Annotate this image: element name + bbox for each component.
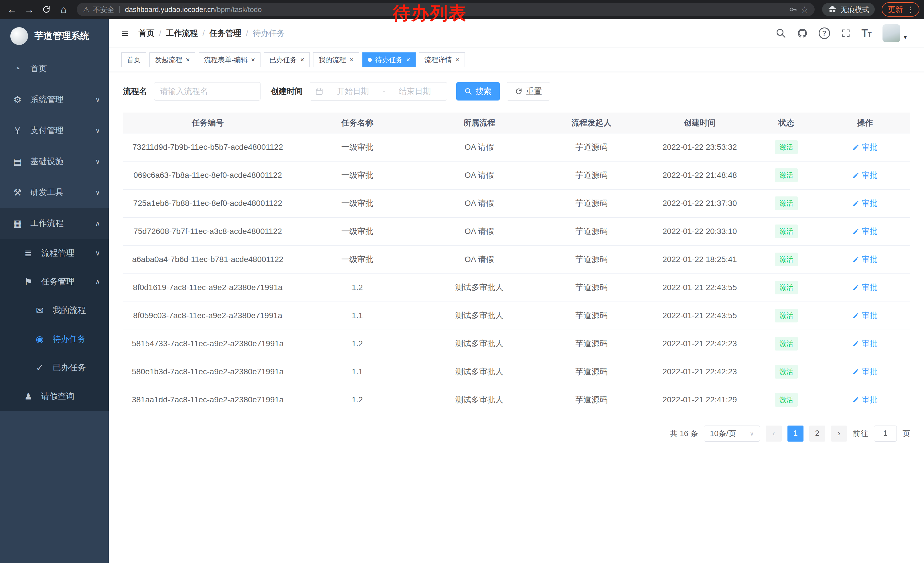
security-label[interactable]: 不安全 <box>93 5 114 14</box>
cell-initiator: 芋道源码 <box>536 302 646 330</box>
table-row: 75d72608-7b7f-11ec-a3c8-acde48001122 一级审… <box>123 217 910 245</box>
next-page-button[interactable]: › <box>831 426 847 441</box>
reload-icon <box>42 5 51 14</box>
close-icon[interactable]: × <box>406 56 410 63</box>
start-date-placeholder[interactable]: 开始日期 <box>326 86 380 97</box>
browser-home-button[interactable]: ⌂ <box>56 2 71 17</box>
browser-reload-button[interactable] <box>39 2 54 17</box>
sidebar-item-leave-query[interactable]: ♟ 请假查询 <box>0 382 109 411</box>
close-icon[interactable]: × <box>350 56 354 63</box>
sidebar-item-process-management[interactable]: ≣ 流程管理 ∨ <box>0 239 109 267</box>
edit-icon <box>852 368 859 375</box>
cell-initiator: 芋道源码 <box>536 189 646 217</box>
sidebar-item-payment[interactable]: ¥ 支付管理 ∨ <box>0 115 109 146</box>
approve-link[interactable]: 审批 <box>852 198 878 209</box>
chevron-down-icon: ∨ <box>95 126 100 135</box>
chevron-down-icon: ∨ <box>95 249 100 257</box>
reset-button[interactable]: 重置 <box>507 82 550 101</box>
tab-my-process[interactable]: 我的流程 × <box>313 53 359 67</box>
page-button-1[interactable]: 1 <box>788 426 804 441</box>
cell-task-name: 一级审批 <box>292 245 422 273</box>
chevron-up-icon: ∧ <box>95 219 100 227</box>
edit-icon <box>852 340 859 347</box>
cell-action: 审批 <box>820 302 910 330</box>
close-icon[interactable]: × <box>251 56 255 63</box>
sidebar-item-infrastructure[interactable]: ▤ 基础设施 ∨ <box>0 146 109 177</box>
tab-done-tasks[interactable]: 已办任务 × <box>264 53 310 67</box>
goto-page-input[interactable] <box>874 426 897 441</box>
sidebar-item-task-management[interactable]: ⚑ 任务管理 ∧ <box>0 267 109 296</box>
avatar-caret-down-icon[interactable]: ▾ <box>904 33 907 41</box>
fullscreen-icon[interactable] <box>841 29 851 38</box>
cell-task-id: 725a1eb6-7b88-11ec-8ef0-acde48001122 <box>123 189 292 217</box>
browser-back-button[interactable]: ← <box>4 2 20 17</box>
sidebar-item-my-process[interactable]: ✉ 我的流程 <box>0 296 109 325</box>
url-text[interactable]: dashboard.yudao.iocoder.cn/bpm/task/todo <box>125 6 262 14</box>
approve-link[interactable]: 审批 <box>852 282 878 293</box>
bookmark-star-icon[interactable]: ☆ <box>801 5 808 15</box>
approve-link[interactable]: 审批 <box>852 394 878 405</box>
sidebar-item-devtools[interactable]: ⚒ 研发工具 ∨ <box>0 177 109 208</box>
tab-todo-tasks[interactable]: 待办任务 × <box>362 53 416 67</box>
app-window: 芋道管理系统 ◔ 首页 ⚙ 系统管理 ∨ ¥ 支付管理 ∨ ▤ 基础设施 ∨ ⚒… <box>0 19 924 563</box>
approve-link[interactable]: 审批 <box>852 142 878 153</box>
process-name-input[interactable] <box>154 82 261 101</box>
user-avatar[interactable] <box>882 24 900 42</box>
cell-status: 激活 <box>753 217 820 245</box>
breadcrumb: 首页 / 工作流程 / 任务管理 / 待办任务 <box>138 28 285 39</box>
cell-create-time: 2022-01-21 22:42:23 <box>646 358 753 386</box>
approve-link[interactable]: 审批 <box>852 170 878 181</box>
app-logo[interactable]: 芋道管理系统 <box>0 19 109 53</box>
sidebar-item-label: 支付管理 <box>30 125 63 136</box>
tab-start-process[interactable]: 发起流程 × <box>149 53 195 67</box>
breadcrumb-home[interactable]: 首页 <box>138 28 154 39</box>
sidebar-item-home[interactable]: ◔ 首页 <box>0 53 109 84</box>
approve-link[interactable]: 审批 <box>852 226 878 237</box>
browser-update-button[interactable]: 更新 ⋮ <box>882 2 920 17</box>
sidebar-item-done-tasks[interactable]: ✓ 已办任务 <box>0 353 109 382</box>
font-size-icon[interactable]: TT <box>862 28 872 38</box>
password-key-icon[interactable] <box>789 5 797 14</box>
page-size-select[interactable]: 10条/页 ∨ <box>704 426 760 441</box>
approve-link[interactable]: 审批 <box>852 254 878 265</box>
page-button-2[interactable]: 2 <box>809 426 825 441</box>
breadcrumb-task-management[interactable]: 任务管理 <box>209 28 241 39</box>
status-badge: 激活 <box>775 168 798 182</box>
sidebar-item-label: 任务管理 <box>41 276 74 288</box>
sidebar-item-system[interactable]: ⚙ 系统管理 ∨ <box>0 84 109 115</box>
browser-menu-dots-icon[interactable]: ⋮ <box>906 5 914 14</box>
cell-initiator: 芋道源码 <box>536 161 646 189</box>
cell-task-id: 8f059c03-7ac8-11ec-a9e2-a2380e71991a <box>123 302 292 330</box>
sidebar-item-label: 首页 <box>30 63 47 75</box>
breadcrumb-workflow[interactable]: 工作流程 <box>166 28 198 39</box>
close-icon[interactable]: × <box>300 56 304 63</box>
browser-forward-button[interactable]: → <box>22 2 37 17</box>
prev-page-button[interactable]: ‹ <box>766 426 782 441</box>
cell-create-time: 2022-01-22 21:37:30 <box>646 189 753 217</box>
column-task-name: 任务名称 <box>292 113 422 133</box>
tab-process-form-edit[interactable]: 流程表单-编辑 × <box>199 53 261 67</box>
edit-icon <box>852 228 859 235</box>
date-range-picker[interactable]: 开始日期 - 结束日期 <box>310 82 447 101</box>
search-icon[interactable] <box>776 28 786 38</box>
close-icon[interactable]: × <box>455 56 459 63</box>
sidebar-item-label: 工作流程 <box>30 218 63 229</box>
cell-status: 激活 <box>753 133 820 161</box>
sidebar-collapse-icon[interactable]: ≡ <box>122 26 129 41</box>
cell-task-id: a6aba0a4-7b6d-11ec-b781-acde48001122 <box>123 245 292 273</box>
approve-link[interactable]: 审批 <box>852 310 878 321</box>
search-button[interactable]: 搜索 <box>456 82 500 101</box>
end-date-placeholder[interactable]: 结束日期 <box>388 86 442 97</box>
tab-process-detail[interactable]: 流程详情 × <box>419 53 465 67</box>
sidebar-item-todo-tasks[interactable]: ◉ 待办任务 <box>0 325 109 353</box>
approve-link[interactable]: 审批 <box>852 366 878 377</box>
close-icon[interactable]: × <box>186 56 190 63</box>
cell-status: 激活 <box>753 358 820 386</box>
github-icon[interactable] <box>797 28 808 39</box>
header-actions: ? TT ▾ <box>776 24 907 42</box>
approve-link[interactable]: 审批 <box>852 338 878 349</box>
sidebar: 芋道管理系统 ◔ 首页 ⚙ 系统管理 ∨ ¥ 支付管理 ∨ ▤ 基础设施 ∨ ⚒… <box>0 19 109 563</box>
help-icon[interactable]: ? <box>819 27 830 39</box>
tab-home[interactable]: 首页 <box>122 53 146 67</box>
sidebar-item-workflow[interactable]: ▦ 工作流程 ∧ <box>0 208 109 239</box>
